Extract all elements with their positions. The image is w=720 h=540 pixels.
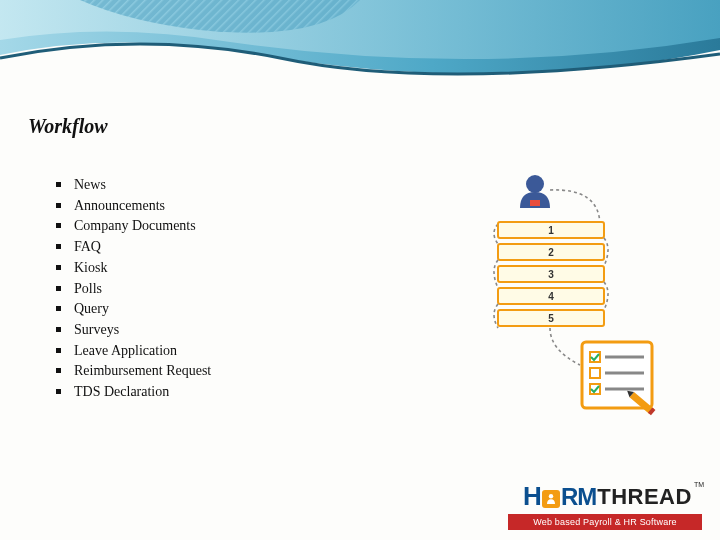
step-box: 5 [494, 304, 604, 328]
list-item: Reimbursement Request [56, 361, 211, 382]
list-item: Announcements [56, 196, 211, 217]
slide-banner [0, 0, 720, 94]
svg-point-2 [526, 175, 544, 193]
list-item: Leave Application [56, 341, 211, 362]
step-label: 4 [548, 291, 554, 302]
step-box: 4 [498, 282, 608, 310]
list-item: Surveys [56, 320, 211, 341]
person-icon [520, 175, 550, 208]
svg-rect-3 [530, 200, 540, 206]
step-box: 3 [494, 260, 604, 288]
step-label: 5 [548, 313, 554, 324]
logo-letter-h: H [523, 481, 541, 512]
logo-tm: TM [694, 481, 704, 488]
logo-tagline: Web based Payroll & HR Software [508, 514, 702, 530]
list-item: Query [56, 299, 211, 320]
slide-title: Workflow [28, 115, 108, 138]
list-item: News [56, 175, 211, 196]
workflow-bullet-list: News Announcements Company Documents FAQ… [56, 175, 211, 403]
step-label: 3 [548, 269, 554, 280]
step-box: 2 [498, 238, 608, 266]
list-item: Company Documents [56, 216, 211, 237]
logo-letters-rm: RM [561, 483, 596, 511]
step-label: 2 [548, 247, 554, 258]
logo-person-icon [542, 490, 560, 508]
step-label: 1 [548, 225, 554, 236]
clipboard-icon [582, 342, 655, 415]
step-box: 1 [494, 222, 604, 244]
svg-point-19 [549, 494, 553, 498]
hrmthread-logo: H RM THREAD TM Web based Payroll & HR So… [508, 481, 702, 530]
workflow-diagram: 1 2 3 4 5 [430, 170, 670, 422]
list-item: Polls [56, 279, 211, 300]
list-item: TDS Declaration [56, 382, 211, 403]
list-item: FAQ [56, 237, 211, 258]
logo-thread: THREAD [597, 484, 692, 510]
list-item: Kiosk [56, 258, 211, 279]
